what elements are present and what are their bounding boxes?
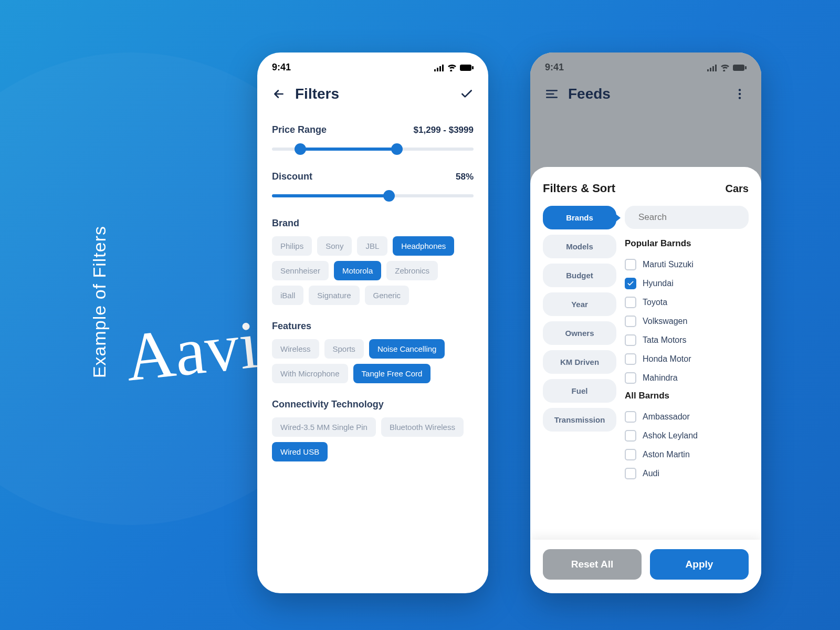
brand-chip[interactable]: Signature <box>309 286 359 305</box>
brand-option-label: Hyundai <box>643 279 674 288</box>
checkbox[interactable] <box>625 468 636 479</box>
all-brands-label: All Barnds <box>625 391 749 401</box>
checkbox[interactable] <box>625 353 636 365</box>
filter-tab[interactable]: Fuel <box>543 379 616 403</box>
filter-tab[interactable]: Models <box>543 235 616 258</box>
brand-option-label: Maruti Suzuki <box>643 260 694 269</box>
slider-knob[interactable] <box>295 143 306 155</box>
apply-button[interactable]: Apply <box>650 549 749 580</box>
connectivity-chip[interactable]: Bluetooth Wireless <box>381 417 464 437</box>
feature-chip[interactable]: Wireless <box>272 339 319 359</box>
brand-option[interactable]: Volkswagen <box>625 312 749 331</box>
status-time: 9:41 <box>272 62 291 73</box>
svg-rect-0 <box>460 65 471 71</box>
feature-chip[interactable]: Sports <box>324 339 364 359</box>
status-icons <box>707 64 747 71</box>
checkbox[interactable] <box>625 411 636 423</box>
brand-chip[interactable]: Headphones <box>393 236 454 256</box>
status-time: 9:41 <box>545 62 564 73</box>
slider-knob[interactable] <box>383 190 395 202</box>
checkbox[interactable] <box>625 449 636 460</box>
brand-option-label: Volkswagen <box>643 317 687 326</box>
checkbox[interactable] <box>625 372 636 384</box>
discount-slider[interactable] <box>272 190 474 202</box>
checkbox[interactable] <box>625 278 636 289</box>
brand-option[interactable]: Ambassador <box>625 407 749 426</box>
signal-icon <box>707 64 717 71</box>
brand-option[interactable]: Honda Motor <box>625 350 749 369</box>
brand-option[interactable]: Tata Motors <box>625 331 749 350</box>
sheet-category: Cars <box>726 183 749 195</box>
battery-icon <box>460 64 474 71</box>
arrow-left-icon <box>272 87 286 101</box>
branding: Example of Filters Aavi Mobile UI Kit <box>89 226 258 378</box>
filter-tab[interactable]: Transmission <box>543 408 616 432</box>
feature-chip[interactable]: With Microphone <box>272 364 348 383</box>
search-box[interactable] <box>625 206 749 229</box>
checkbox[interactable] <box>625 430 636 442</box>
wifi-icon <box>720 64 730 71</box>
page-title: Feeds <box>568 86 611 102</box>
popular-brands-label: Popular Barnds <box>625 238 749 249</box>
brand-chip[interactable]: Philips <box>272 236 312 256</box>
search-input[interactable] <box>638 212 749 223</box>
brand-option-label: Audi <box>643 469 659 478</box>
back-button[interactable] <box>272 87 286 101</box>
battery-icon <box>733 64 747 71</box>
filter-tab[interactable]: Budget <box>543 264 616 287</box>
confirm-button[interactable] <box>460 87 474 101</box>
subtitle-text: Example of Filters <box>89 226 110 378</box>
connectivity-chip[interactable]: Wired-3.5 MM Single Pin <box>272 417 376 437</box>
brand-chip[interactable]: Sennheiser <box>272 261 329 280</box>
brand-chip[interactable]: Generic <box>365 286 410 305</box>
menu-icon <box>545 87 559 101</box>
checkbox[interactable] <box>625 259 636 270</box>
brand-option[interactable]: Ashok Leyland <box>625 426 749 445</box>
brand-option-label: Tata Motors <box>643 335 687 345</box>
price-range-slider[interactable] <box>272 143 474 155</box>
brand-option[interactable]: Aston Martin <box>625 445 749 464</box>
price-range-label: Price Range <box>272 124 327 135</box>
feature-chip[interactable]: Tangle Free Cord <box>353 364 431 383</box>
checkbox[interactable] <box>625 316 636 327</box>
more-vertical-icon <box>733 87 747 101</box>
filter-tab[interactable]: Brands <box>543 206 616 229</box>
filter-tab[interactable]: Owners <box>543 321 616 345</box>
page-title: Filters <box>295 86 339 102</box>
bottom-bar: Reset All Apply <box>530 540 761 593</box>
brand-chip[interactable]: JBL <box>357 236 387 256</box>
checkbox[interactable] <box>625 334 636 346</box>
connectivity-section-label: Connectivity Technology <box>272 399 474 410</box>
brand-option-label: Ashok Leyland <box>643 431 698 440</box>
features-section-label: Features <box>272 321 474 332</box>
discount-value: 58% <box>456 172 474 182</box>
svg-point-5 <box>739 93 741 95</box>
reset-button[interactable]: Reset All <box>543 549 642 580</box>
filter-tab[interactable]: Year <box>543 292 616 316</box>
filter-tab[interactable]: KM Driven <box>543 350 616 374</box>
menu-button[interactable] <box>545 87 559 101</box>
svg-rect-1 <box>472 66 474 69</box>
svg-point-4 <box>739 89 741 91</box>
more-button[interactable] <box>733 87 747 101</box>
brand-chip[interactable]: Sony <box>317 236 352 256</box>
status-bar: 9:41 <box>257 52 488 78</box>
brand-option[interactable]: Maruti Suzuki <box>625 255 749 274</box>
brand-option[interactable]: Hyundai <box>625 274 749 293</box>
check-icon <box>460 87 474 101</box>
brand-option[interactable]: Mahindra <box>625 369 749 387</box>
sheet-title: Filters & Sort <box>543 182 615 195</box>
brand-option-label: Aston Martin <box>643 450 690 459</box>
checkbox[interactable] <box>625 297 636 308</box>
brand-chip[interactable]: Zebronics <box>386 261 438 280</box>
brand-chip[interactable]: iBall <box>272 286 303 305</box>
brand-option[interactable]: Toyota <box>625 293 749 312</box>
brand-option[interactable]: Audi <box>625 464 749 483</box>
phone-feeds: 9:41 Feeds Filters & Sort Cars BrandsMod… <box>530 52 761 593</box>
connectivity-chip[interactable]: Wired USB <box>272 442 328 461</box>
brand-option-label: Honda Motor <box>643 354 691 364</box>
wifi-icon <box>447 64 457 71</box>
brand-chip[interactable]: Motorola <box>334 261 381 280</box>
slider-knob[interactable] <box>391 143 403 155</box>
feature-chip[interactable]: Noise Cancelling <box>369 339 445 359</box>
